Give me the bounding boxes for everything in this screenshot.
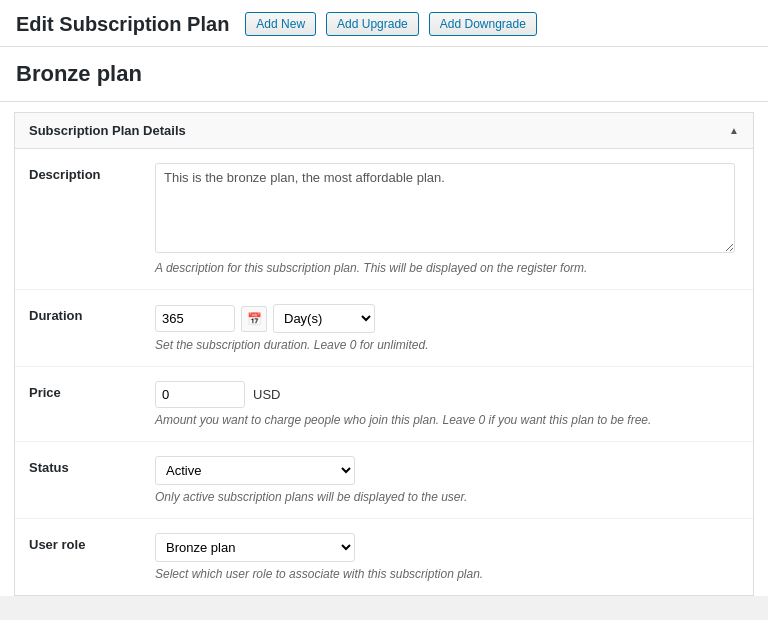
collapse-icon[interactable]: ▲ — [729, 125, 739, 136]
section-title: Subscription Plan Details — [29, 123, 186, 138]
calendar-icon: 📅 — [241, 306, 267, 332]
duration-label: Duration — [15, 290, 155, 367]
user-role-cell: Bronze plan Silver plan Gold plan Select… — [155, 519, 753, 596]
duration-hint: Set the subscription duration. Leave 0 f… — [155, 338, 739, 352]
description-row: Description This is the bronze plan, the… — [15, 149, 753, 290]
price-row: Price USD Amount you want to charge peop… — [15, 367, 753, 442]
price-input[interactable] — [155, 381, 245, 408]
duration-input[interactable] — [155, 305, 235, 332]
user-role-hint: Select which user role to associate with… — [155, 567, 739, 581]
price-label: Price — [15, 367, 155, 442]
price-hint: Amount you want to charge people who joi… — [155, 413, 739, 427]
description-label: Description — [15, 149, 155, 290]
user-role-label: User role — [15, 519, 155, 596]
status-row: Status Active Inactive Only active subsc… — [15, 442, 753, 519]
status-select[interactable]: Active Inactive — [155, 456, 355, 485]
add-new-button[interactable]: Add New — [245, 12, 316, 36]
status-label: Status — [15, 442, 155, 519]
plan-name-input[interactable] — [16, 61, 752, 87]
section-header[interactable]: Subscription Plan Details ▲ — [15, 113, 753, 149]
page-wrap: Edit Subscription Plan Add New Add Upgra… — [0, 0, 768, 596]
description-textarea[interactable]: This is the bronze plan, the most afford… — [155, 163, 735, 253]
price-controls: USD — [155, 381, 739, 408]
currency-label: USD — [253, 387, 280, 402]
duration-unit-select[interactable]: Day(s) Week(s) Month(s) Year(s) — [273, 304, 375, 333]
plan-name-row — [0, 47, 768, 102]
form-table: Description This is the bronze plan, the… — [15, 149, 753, 595]
page-title: Edit Subscription Plan — [16, 13, 229, 36]
duration-row: Duration 📅 Day(s) Week(s) Month(s) Year(… — [15, 290, 753, 367]
price-cell: USD Amount you want to charge people who… — [155, 367, 753, 442]
status-cell: Active Inactive Only active subscription… — [155, 442, 753, 519]
duration-cell: 📅 Day(s) Week(s) Month(s) Year(s) Set th… — [155, 290, 753, 367]
page-header: Edit Subscription Plan Add New Add Upgra… — [0, 0, 768, 47]
description-cell: This is the bronze plan, the most afford… — [155, 149, 753, 290]
add-upgrade-button[interactable]: Add Upgrade — [326, 12, 419, 36]
user-role-row: User role Bronze plan Silver plan Gold p… — [15, 519, 753, 596]
description-hint: A description for this subscription plan… — [155, 261, 739, 275]
add-downgrade-button[interactable]: Add Downgrade — [429, 12, 537, 36]
status-hint: Only active subscription plans will be d… — [155, 490, 739, 504]
user-role-select[interactable]: Bronze plan Silver plan Gold plan — [155, 533, 355, 562]
duration-controls: 📅 Day(s) Week(s) Month(s) Year(s) — [155, 304, 739, 333]
subscription-plan-details-section: Subscription Plan Details ▲ Description … — [14, 112, 754, 596]
